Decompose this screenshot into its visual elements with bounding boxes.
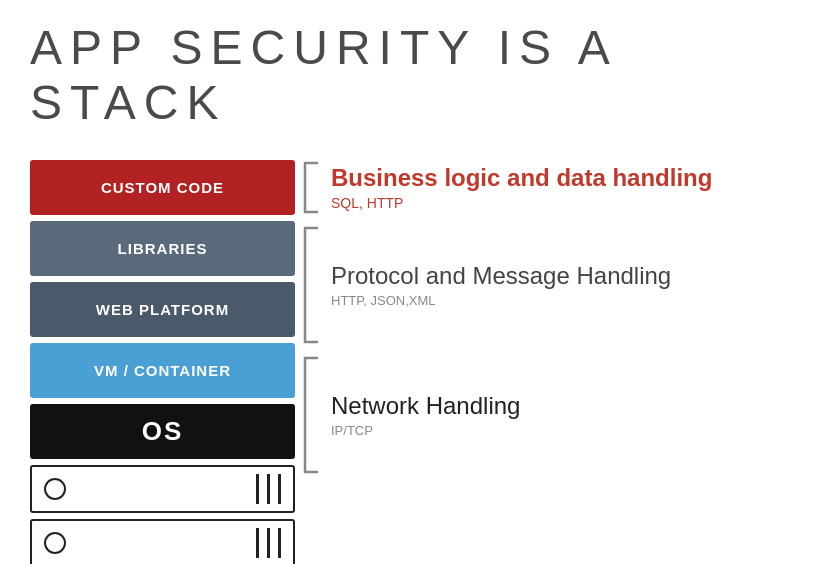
bracket-icon-3 (299, 355, 321, 475)
os-block: OS (30, 404, 295, 459)
bracket-group-3: Network Handling IP/TCP (299, 355, 712, 475)
libraries-block: LIBRARIES (30, 221, 295, 276)
hw-line (267, 474, 270, 504)
label-block-2: Protocol and Message Handling HTTP, JSON… (321, 262, 671, 308)
bracket-icon-1 (299, 160, 321, 215)
bracket-group-1: Business logic and data handling SQL, HT… (299, 160, 712, 215)
libraries-label: LIBRARIES (118, 240, 208, 257)
desc-network-subtitle: IP/TCP (331, 423, 520, 438)
custom-code-block: CUSTOM CODE (30, 160, 295, 215)
bracket-icon-2 (299, 225, 321, 345)
web-platform-label: WEB PLATFORM (96, 301, 229, 318)
desc-protocol-subtitle: HTTP, JSON,XML (331, 293, 671, 308)
hw-line (256, 474, 259, 504)
hw-line (278, 528, 281, 558)
vm-container-label: VM / CONTAINER (94, 362, 231, 379)
desc-business-title: Business logic and data handling (331, 164, 712, 193)
label-block-1: Business logic and data handling SQL, HT… (321, 164, 712, 211)
hw-line (278, 474, 281, 504)
os-label: OS (142, 416, 184, 447)
bracket-group-2: Protocol and Message Handling HTTP, JSON… (299, 225, 712, 345)
custom-code-label: CUSTOM CODE (101, 179, 224, 196)
hw-line (267, 528, 270, 558)
hw-line (256, 528, 259, 558)
hardware-block-1 (30, 465, 295, 513)
vm-container-block: VM / CONTAINER (30, 343, 295, 398)
hw-circle-2 (44, 532, 66, 554)
hardware-block-2 (30, 519, 295, 564)
desc-protocol-title: Protocol and Message Handling (331, 262, 671, 291)
desc-business-subtitle: SQL, HTTP (331, 195, 712, 211)
hw-lines-2 (256, 528, 281, 558)
main-content: CUSTOM CODE LIBRARIES WEB PLATFORM VM / … (30, 160, 805, 564)
page-title: APP SECURITY IS A STACK (30, 20, 805, 130)
hw-lines-1 (256, 474, 281, 504)
hw-circle-1 (44, 478, 66, 500)
stack-column: CUSTOM CODE LIBRARIES WEB PLATFORM VM / … (30, 160, 295, 564)
web-platform-block: WEB PLATFORM (30, 282, 295, 337)
desc-network-title: Network Handling (331, 392, 520, 421)
label-block-3: Network Handling IP/TCP (321, 392, 520, 438)
